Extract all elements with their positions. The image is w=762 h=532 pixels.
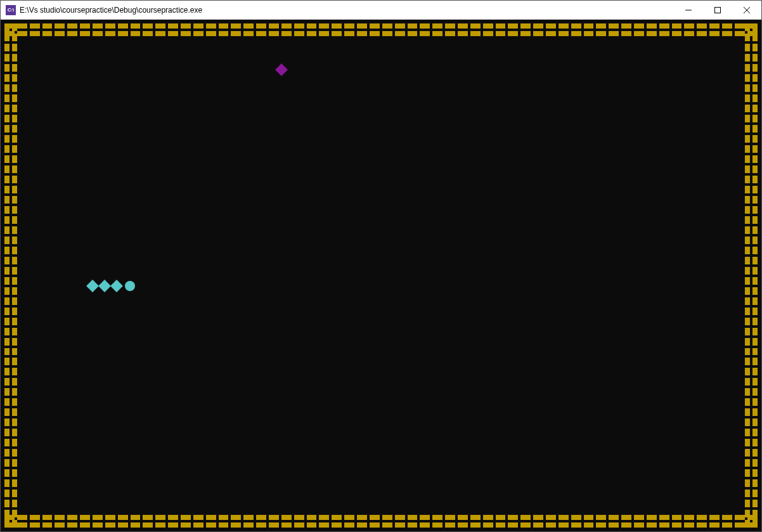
wall-brick <box>745 176 750 183</box>
wall-brick <box>12 418 17 426</box>
wall-brick <box>319 23 329 29</box>
wall-brick <box>470 515 481 520</box>
wall-brick <box>745 378 750 386</box>
wall-brick <box>752 125 758 133</box>
wall-brick <box>12 74 17 82</box>
wall-brick <box>319 522 329 528</box>
wall-brick <box>12 165 17 173</box>
wall-brick <box>395 23 405 29</box>
wall-brick <box>219 522 229 528</box>
wall-brick <box>420 23 430 29</box>
wall-brick <box>752 318 758 325</box>
wall-brick <box>80 515 90 520</box>
minimize-button[interactable] <box>674 1 703 19</box>
wall-brick <box>4 23 10 31</box>
wall-brick <box>4 267 10 275</box>
wall-brick <box>67 522 77 528</box>
wall-brick <box>722 31 732 36</box>
wall-brick <box>684 522 694 528</box>
wall-brick <box>735 23 745 29</box>
wall-brick <box>93 31 103 36</box>
game-canvas[interactable] <box>1 20 761 531</box>
wall-brick <box>67 23 77 29</box>
wall-brick <box>4 500 10 507</box>
wall-brick <box>294 31 304 36</box>
wall-brick <box>745 44 750 51</box>
wall-brick <box>533 522 543 528</box>
wall-brick <box>357 31 367 36</box>
wall-brick <box>745 34 750 41</box>
wall-brick <box>382 31 392 36</box>
wall-brick <box>143 23 153 29</box>
wall-brick <box>745 277 750 285</box>
wall-brick <box>684 23 694 29</box>
wall-brick <box>4 338 10 346</box>
wall-brick <box>445 522 455 528</box>
wall-brick <box>752 267 758 275</box>
wall-brick <box>745 267 750 275</box>
wall-brick <box>672 31 682 36</box>
wall-brick <box>745 206 750 214</box>
wall-brick <box>30 23 40 29</box>
wall-brick <box>420 515 430 520</box>
wall-brick <box>752 297 758 305</box>
wall-brick <box>344 515 354 520</box>
wall-brick <box>4 115 10 122</box>
wall-brick <box>745 105 750 112</box>
wall-brick <box>745 318 750 325</box>
wall-brick <box>80 23 90 29</box>
wall-brick <box>30 31 40 36</box>
wall-brick <box>319 31 329 36</box>
wall-brick <box>4 155 10 163</box>
wall-brick <box>143 515 153 520</box>
wall-brick <box>458 31 468 36</box>
wall-brick <box>752 328 758 335</box>
wall-brick <box>231 515 241 520</box>
wall-brick <box>4 318 10 325</box>
wall-brick <box>470 23 481 29</box>
wall-brick <box>752 308 758 315</box>
wall-brick <box>12 358 17 365</box>
wall-brick <box>4 328 10 335</box>
wall-brick <box>752 155 758 163</box>
maximize-button[interactable] <box>703 1 732 19</box>
wall-brick <box>470 31 481 36</box>
close-button[interactable] <box>732 1 761 19</box>
wall-brick <box>181 515 191 520</box>
wall-brick <box>709 31 720 36</box>
wall-brick <box>533 23 543 29</box>
wall-brick <box>256 515 266 520</box>
wall-brick <box>4 226 10 234</box>
wall-brick <box>4 237 10 244</box>
wall-brick <box>118 522 128 528</box>
title-bar[interactable]: C:\ E:\Vs studio\coursepractice\Debug\co… <box>1 1 761 20</box>
wall-brick <box>12 23 17 31</box>
wall-brick <box>4 186 10 193</box>
maximize-icon <box>714 7 721 13</box>
wall-brick <box>752 469 758 477</box>
wall-brick <box>4 216 10 224</box>
wall-brick <box>745 74 750 82</box>
snake-body-segment <box>98 280 111 292</box>
wall-brick <box>752 449 758 457</box>
wall-brick <box>745 257 750 264</box>
close-icon <box>744 7 750 13</box>
wall-brick <box>752 64 758 72</box>
wall-brick <box>4 125 10 133</box>
wall-brick <box>483 23 493 29</box>
wall-brick <box>4 54 10 62</box>
wall-brick <box>752 429 758 436</box>
wall-brick <box>745 135 750 143</box>
wall-brick <box>4 490 10 497</box>
wall-brick <box>496 522 506 528</box>
wall-brick <box>508 23 518 29</box>
window-controls <box>674 1 761 19</box>
wall-brick <box>745 338 750 346</box>
wall-brick <box>4 74 10 82</box>
wall-brick <box>193 515 203 520</box>
wall-brick <box>752 54 758 62</box>
wall-brick <box>647 23 657 29</box>
wall-brick <box>168 31 178 36</box>
wall-brick <box>307 23 317 29</box>
wall-brick <box>745 398 750 406</box>
